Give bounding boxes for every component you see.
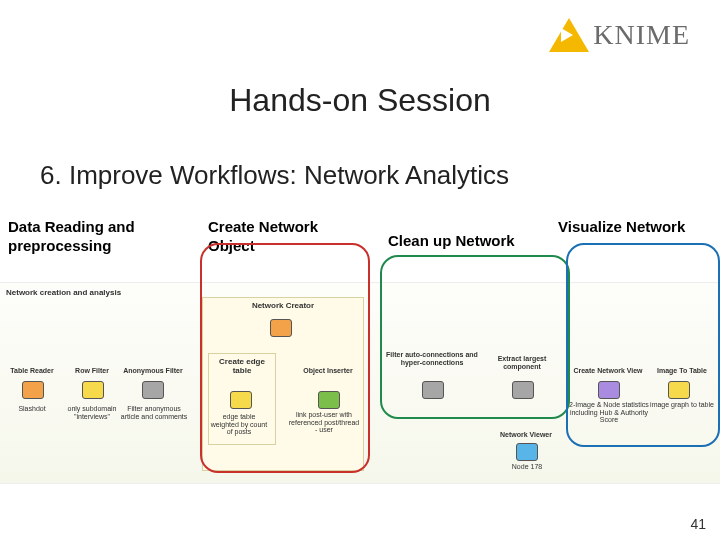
node-table-reader-icon[interactable] [22,381,44,399]
brand-name: KNIME [593,19,690,51]
highlight-cleanup [380,255,570,419]
page-title: Hands-on Session [0,82,720,119]
node-label-10: Network Viewer [488,431,564,439]
page-subtitle: 6. Improve Workflows: Network Analytics [40,160,509,191]
logo-triangle-icon [549,18,589,52]
page-number: 41 [690,516,706,532]
node-caption-10: Node 178 [500,463,554,471]
node-label-3: Anonymous Filter [120,367,186,375]
node-label-2: Row Filter [64,367,120,375]
highlight-visualize [566,243,720,447]
phase-label-1: Data Reading and preprocessing [8,218,168,256]
phase-label-4: Visualize Network [558,218,718,237]
highlight-create-network [200,243,370,473]
workflow-canvas: Network creation and analysis Network Cr… [0,282,720,484]
workflow-frame-label: Network creation and analysis [6,289,121,298]
node-label-1: Table Reader [4,367,60,375]
node-row-filter-icon[interactable] [82,381,104,399]
phase-label-3: Clean up Network [388,232,548,251]
node-caption-3: Filter anonymous article and comments [120,405,188,420]
node-network-viewer-icon[interactable] [516,443,538,461]
node-anonymous-filter-icon[interactable] [142,381,164,399]
brand-logo: KNIME [549,18,690,52]
node-caption-1: Slashdot [10,405,54,413]
node-caption-2: only subdomain "interviews" [62,405,122,420]
